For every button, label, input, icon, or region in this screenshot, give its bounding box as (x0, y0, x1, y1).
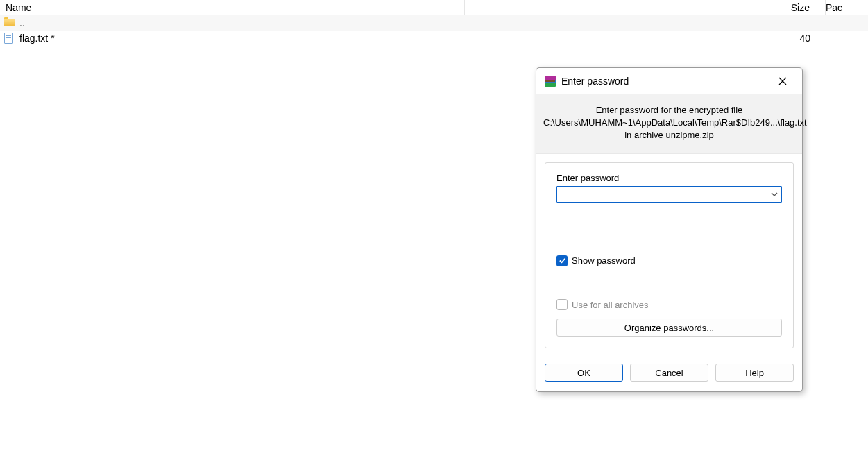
file-row-flag[interactable]: flag.txt * 40 (0, 31, 868, 46)
use-for-all-checkbox[interactable] (556, 299, 568, 310)
dialog-message-line3: in archive unzipme.zip (543, 129, 795, 142)
use-for-all-label: Use for all archives (572, 300, 649, 310)
column-header-packed[interactable]: Pac (826, 0, 867, 15)
dialog-message-line1: Enter password for the encrypted file (543, 104, 795, 117)
help-button[interactable]: Help (715, 364, 794, 382)
close-icon (778, 77, 787, 85)
password-dialog: Enter password Enter password for the en… (536, 67, 803, 392)
show-password-label: Show password (572, 255, 636, 266)
password-label: Enter password (556, 173, 782, 183)
password-combo[interactable] (556, 186, 782, 203)
winrar-icon (545, 76, 556, 87)
file-name: flag.txt * (19, 33, 463, 44)
show-password-row[interactable]: Show password (556, 255, 782, 266)
use-for-all-row[interactable]: Use for all archives (556, 299, 782, 310)
show-password-checkbox[interactable] (556, 255, 568, 266)
dialog-footer: OK Cancel Help (536, 357, 802, 391)
column-header-row: Name Size Pac (0, 0, 868, 15)
dialog-titlebar[interactable]: Enter password (536, 68, 802, 94)
close-button[interactable] (769, 71, 797, 91)
check-icon (559, 257, 566, 264)
dialog-message: Enter password for the encrypted file C:… (536, 94, 802, 154)
dialog-title: Enter password (561, 76, 769, 87)
column-header-size[interactable]: Size (465, 0, 826, 15)
column-header-name[interactable]: Name (0, 0, 465, 15)
organize-passwords-button[interactable]: Organize passwords... (556, 319, 782, 337)
password-input[interactable] (556, 186, 782, 203)
password-group: Enter password Show password Use for all… (545, 162, 794, 348)
dialog-message-line2: C:\Users\MUHAMM~1\AppData\Local\Temp\Rar… (543, 117, 795, 129)
file-size: 40 (463, 33, 826, 44)
dialog-body: Enter password Show password Use for all… (536, 154, 802, 357)
cancel-button[interactable]: Cancel (630, 364, 708, 382)
file-name: .. (19, 17, 463, 28)
folder-icon (4, 17, 15, 28)
ok-button[interactable]: OK (545, 364, 623, 382)
file-row-parent[interactable]: .. (0, 15, 868, 31)
textfile-icon (4, 33, 15, 44)
